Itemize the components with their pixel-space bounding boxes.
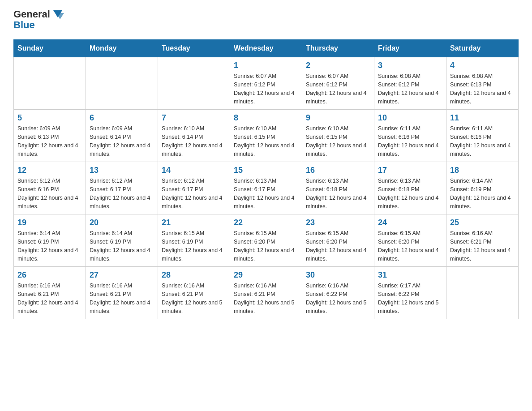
day-number: 25 <box>450 218 515 227</box>
day-number: 20 <box>90 218 154 227</box>
day-info: Sunrise: 6:16 AM Sunset: 6:21 PM Dayligh… <box>90 282 154 315</box>
day-number: 6 <box>90 113 154 123</box>
empty-cell <box>14 57 86 110</box>
day-info: Sunrise: 6:14 AM Sunset: 6:19 PM Dayligh… <box>450 177 515 210</box>
page-header: General Blue <box>13 9 519 30</box>
calendar-day-cell: 18Sunrise: 6:14 AM Sunset: 6:19 PM Dayli… <box>446 162 519 214</box>
day-info: Sunrise: 6:16 AM Sunset: 6:21 PM Dayligh… <box>162 282 226 315</box>
day-info: Sunrise: 6:10 AM Sunset: 6:15 PM Dayligh… <box>234 124 298 158</box>
calendar-week-row: 1Sunrise: 6:07 AM Sunset: 6:12 PM Daylig… <box>14 57 519 110</box>
day-number: 24 <box>378 218 442 227</box>
day-number: 7 <box>162 113 226 123</box>
day-info: Sunrise: 6:15 AM Sunset: 6:20 PM Dayligh… <box>234 229 298 263</box>
day-number: 31 <box>378 270 442 280</box>
day-number: 17 <box>378 166 442 175</box>
day-number: 29 <box>234 270 298 280</box>
calendar-day-cell: 23Sunrise: 6:15 AM Sunset: 6:20 PM Dayli… <box>302 214 374 267</box>
day-info: Sunrise: 6:16 AM Sunset: 6:21 PM Dayligh… <box>17 282 82 315</box>
day-info: Sunrise: 6:17 AM Sunset: 6:22 PM Dayligh… <box>378 282 442 315</box>
day-number: 15 <box>234 166 298 175</box>
day-info: Sunrise: 6:14 AM Sunset: 6:19 PM Dayligh… <box>90 229 154 263</box>
day-info: Sunrise: 6:09 AM Sunset: 6:14 PM Dayligh… <box>90 124 154 158</box>
day-info: Sunrise: 6:07 AM Sunset: 6:12 PM Dayligh… <box>306 72 370 106</box>
calendar-day-cell: 7Sunrise: 6:10 AM Sunset: 6:14 PM Daylig… <box>158 110 230 162</box>
calendar-day-cell: 12Sunrise: 6:12 AM Sunset: 6:16 PM Dayli… <box>14 162 86 214</box>
calendar-day-cell: 2Sunrise: 6:07 AM Sunset: 6:12 PM Daylig… <box>302 57 374 110</box>
day-number: 14 <box>162 166 226 175</box>
day-number: 2 <box>306 61 370 70</box>
calendar-day-cell: 25Sunrise: 6:16 AM Sunset: 6:21 PM Dayli… <box>446 214 519 267</box>
day-info: Sunrise: 6:09 AM Sunset: 6:13 PM Dayligh… <box>17 124 82 158</box>
day-info: Sunrise: 6:08 AM Sunset: 6:12 PM Dayligh… <box>378 72 442 106</box>
day-number: 21 <box>162 218 226 227</box>
calendar-day-cell: 3Sunrise: 6:08 AM Sunset: 6:12 PM Daylig… <box>374 57 446 110</box>
day-number: 30 <box>306 270 370 280</box>
day-number: 4 <box>450 61 515 70</box>
calendar-day-cell: 15Sunrise: 6:13 AM Sunset: 6:17 PM Dayli… <box>230 162 302 214</box>
day-info: Sunrise: 6:08 AM Sunset: 6:13 PM Dayligh… <box>450 72 515 106</box>
day-number: 28 <box>162 270 226 280</box>
calendar-week-row: 5Sunrise: 6:09 AM Sunset: 6:13 PM Daylig… <box>14 110 519 162</box>
day-number: 27 <box>90 270 154 280</box>
calendar-day-cell: 11Sunrise: 6:11 AM Sunset: 6:16 PM Dayli… <box>446 110 519 162</box>
calendar-day-cell: 31Sunrise: 6:17 AM Sunset: 6:22 PM Dayli… <box>374 267 446 319</box>
calendar-day-cell: 13Sunrise: 6:12 AM Sunset: 6:17 PM Dayli… <box>86 162 158 214</box>
day-info: Sunrise: 6:16 AM Sunset: 6:22 PM Dayligh… <box>306 282 370 315</box>
calendar-table: SundayMondayTuesdayWednesdayThursdayFrid… <box>13 39 519 319</box>
day-info: Sunrise: 6:11 AM Sunset: 6:16 PM Dayligh… <box>378 124 442 158</box>
day-info: Sunrise: 6:13 AM Sunset: 6:17 PM Dayligh… <box>234 177 298 210</box>
calendar-day-cell: 28Sunrise: 6:16 AM Sunset: 6:21 PM Dayli… <box>158 267 230 319</box>
day-info: Sunrise: 6:12 AM Sunset: 6:16 PM Dayligh… <box>17 177 82 210</box>
day-number: 19 <box>17 218 82 227</box>
calendar-day-cell: 29Sunrise: 6:16 AM Sunset: 6:21 PM Dayli… <box>230 267 302 319</box>
empty-cell <box>446 267 519 319</box>
weekday-header-tuesday: Tuesday <box>158 40 230 57</box>
day-number: 26 <box>17 270 82 280</box>
weekday-header-saturday: Saturday <box>446 40 519 57</box>
day-number: 9 <box>306 113 370 123</box>
day-info: Sunrise: 6:12 AM Sunset: 6:17 PM Dayligh… <box>90 177 154 210</box>
day-info: Sunrise: 6:07 AM Sunset: 6:12 PM Dayligh… <box>234 72 298 106</box>
calendar-week-row: 12Sunrise: 6:12 AM Sunset: 6:16 PM Dayli… <box>14 162 519 214</box>
calendar-day-cell: 27Sunrise: 6:16 AM Sunset: 6:21 PM Dayli… <box>86 267 158 319</box>
calendar-day-cell: 14Sunrise: 6:12 AM Sunset: 6:17 PM Dayli… <box>158 162 230 214</box>
day-number: 16 <box>306 166 370 175</box>
weekday-header-sunday: Sunday <box>14 40 86 57</box>
calendar-day-cell: 17Sunrise: 6:13 AM Sunset: 6:18 PM Dayli… <box>374 162 446 214</box>
day-info: Sunrise: 6:10 AM Sunset: 6:14 PM Dayligh… <box>162 124 226 158</box>
calendar-week-row: 19Sunrise: 6:14 AM Sunset: 6:19 PM Dayli… <box>14 214 519 267</box>
empty-cell <box>86 57 158 110</box>
day-info: Sunrise: 6:13 AM Sunset: 6:18 PM Dayligh… <box>378 177 442 210</box>
calendar-day-cell: 19Sunrise: 6:14 AM Sunset: 6:19 PM Dayli… <box>14 214 86 267</box>
logo: General Blue <box>13 9 64 30</box>
calendar-day-cell: 1Sunrise: 6:07 AM Sunset: 6:12 PM Daylig… <box>230 57 302 110</box>
calendar-week-row: 26Sunrise: 6:16 AM Sunset: 6:21 PM Dayli… <box>14 267 519 319</box>
day-number: 22 <box>234 218 298 227</box>
calendar-day-cell: 21Sunrise: 6:15 AM Sunset: 6:19 PM Dayli… <box>158 214 230 267</box>
day-info: Sunrise: 6:10 AM Sunset: 6:15 PM Dayligh… <box>306 124 370 158</box>
calendar-day-cell: 9Sunrise: 6:10 AM Sunset: 6:15 PM Daylig… <box>302 110 374 162</box>
day-number: 3 <box>378 61 442 70</box>
weekday-header-monday: Monday <box>86 40 158 57</box>
calendar-day-cell: 20Sunrise: 6:14 AM Sunset: 6:19 PM Dayli… <box>86 214 158 267</box>
day-info: Sunrise: 6:16 AM Sunset: 6:21 PM Dayligh… <box>450 229 515 263</box>
logo-general-text: General <box>13 9 50 20</box>
day-info: Sunrise: 6:11 AM Sunset: 6:16 PM Dayligh… <box>450 124 515 158</box>
logo-arrow-icon <box>51 9 64 19</box>
calendar-day-cell: 24Sunrise: 6:15 AM Sunset: 6:20 PM Dayli… <box>374 214 446 267</box>
day-number: 23 <box>306 218 370 227</box>
calendar-day-cell: 22Sunrise: 6:15 AM Sunset: 6:20 PM Dayli… <box>230 214 302 267</box>
calendar-day-cell: 30Sunrise: 6:16 AM Sunset: 6:22 PM Dayli… <box>302 267 374 319</box>
day-info: Sunrise: 6:13 AM Sunset: 6:18 PM Dayligh… <box>306 177 370 210</box>
day-number: 5 <box>17 113 82 123</box>
calendar-day-cell: 10Sunrise: 6:11 AM Sunset: 6:16 PM Dayli… <box>374 110 446 162</box>
calendar-day-cell: 8Sunrise: 6:10 AM Sunset: 6:15 PM Daylig… <box>230 110 302 162</box>
day-number: 13 <box>90 166 154 175</box>
day-info: Sunrise: 6:15 AM Sunset: 6:20 PM Dayligh… <box>306 229 370 263</box>
weekday-header-friday: Friday <box>374 40 446 57</box>
day-number: 1 <box>234 61 298 70</box>
logo-blue-text: Blue <box>13 19 35 30</box>
day-info: Sunrise: 6:14 AM Sunset: 6:19 PM Dayligh… <box>17 229 82 263</box>
weekday-header-thursday: Thursday <box>302 40 374 57</box>
empty-cell <box>158 57 230 110</box>
